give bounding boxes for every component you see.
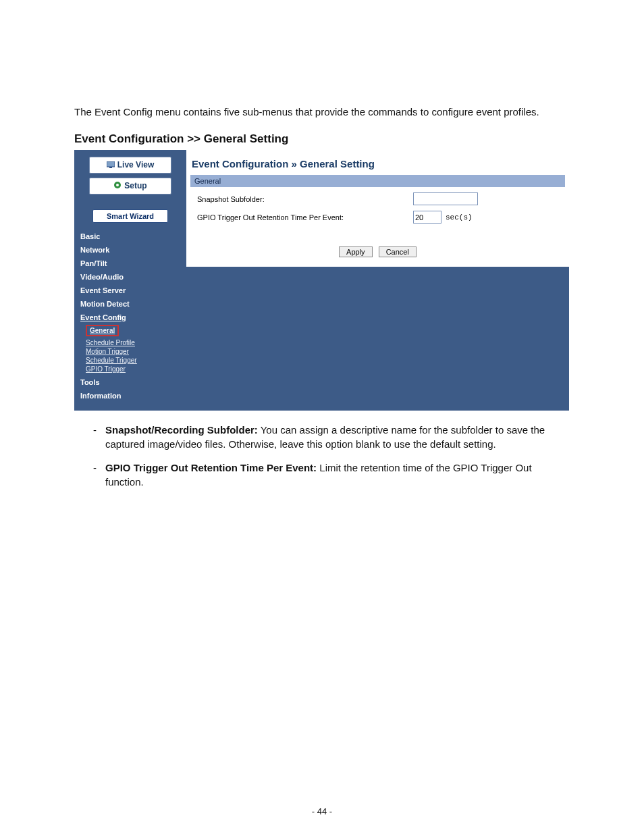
gear-icon: [113, 181, 122, 191]
setup-label: Setup: [124, 181, 146, 190]
subnav-motion-trigger[interactable]: Motion Trigger: [86, 348, 180, 355]
intro-text: The Event Config menu contains five sub-…: [74, 105, 570, 119]
content-pane: Event Configuration » General Setting Ge…: [186, 150, 569, 411]
section-bar-general: General: [190, 175, 565, 187]
live-view-button[interactable]: Live View: [89, 157, 171, 174]
nav-basic[interactable]: Basic: [80, 232, 180, 240]
nav-tools[interactable]: Tools: [80, 378, 180, 386]
subnav-schedule-profile[interactable]: Schedule Profile: [86, 339, 180, 346]
note-snapshot-strong: Snapshot/Recording Subfolder:: [105, 424, 258, 436]
event-config-children: General Schedule Profile Motion Trigger …: [86, 323, 180, 373]
nav-video-audio[interactable]: Video/Audio: [80, 273, 180, 281]
cancel-button[interactable]: Cancel: [379, 246, 417, 257]
snapshot-subfolder-input[interactable]: [413, 192, 478, 205]
sidebar: Live View Setup Smart Wizard Basic Netwo…: [74, 150, 186, 411]
snapshot-subfolder-label: Snapshot Subfolder:: [197, 195, 413, 203]
nav-event-config-label: Event Config: [80, 313, 126, 321]
note-snapshot: Snapshot/Recording Subfolder: You can as…: [93, 423, 570, 451]
config-screenshot: Live View Setup Smart Wizard Basic Netwo…: [74, 150, 569, 411]
nav-event-config[interactable]: Event Config General Schedule Profile Mo…: [80, 313, 180, 373]
svg-point-3: [116, 184, 119, 186]
subnav-general[interactable]: General: [86, 325, 119, 336]
svg-rect-1: [109, 167, 112, 168]
nav-motion-detect[interactable]: Motion Detect: [80, 300, 180, 308]
notes-list: Snapshot/Recording Subfolder: You can as…: [93, 423, 570, 489]
monitor-icon: [107, 161, 115, 170]
setup-button[interactable]: Setup: [89, 178, 171, 194]
gpio-retention-unit: sec(s): [446, 213, 473, 221]
nav-list: Basic Network Pan/Tilt Video/Audio Event…: [80, 232, 180, 400]
apply-button[interactable]: Apply: [339, 246, 373, 257]
nav-network[interactable]: Network: [80, 246, 180, 254]
subnav-schedule-trigger[interactable]: Schedule Trigger: [86, 357, 180, 364]
breadcrumb: Event Configuration » General Setting: [190, 155, 565, 175]
section-heading: Event Configuration >> General Setting: [74, 132, 570, 146]
note-gpio-strong: GPIO Trigger Out Retention Time Per Even…: [105, 462, 317, 473]
svg-rect-0: [107, 161, 115, 167]
nav-event-server[interactable]: Event Server: [80, 286, 180, 294]
content-empty-area: [186, 267, 569, 411]
nav-information[interactable]: Information: [80, 392, 180, 400]
nav-pan-tilt[interactable]: Pan/Tilt: [80, 259, 180, 267]
note-gpio: GPIO Trigger Out Retention Time Per Even…: [93, 461, 570, 489]
gpio-retention-input[interactable]: [413, 211, 441, 224]
live-view-label: Live View: [117, 160, 154, 170]
gpio-retention-label: GPIO Trigger Out Retention Time Per Even…: [197, 213, 413, 221]
subnav-gpio-trigger[interactable]: GPIO Trigger: [86, 365, 180, 373]
smart-wizard-button[interactable]: Smart Wizard: [92, 209, 168, 223]
